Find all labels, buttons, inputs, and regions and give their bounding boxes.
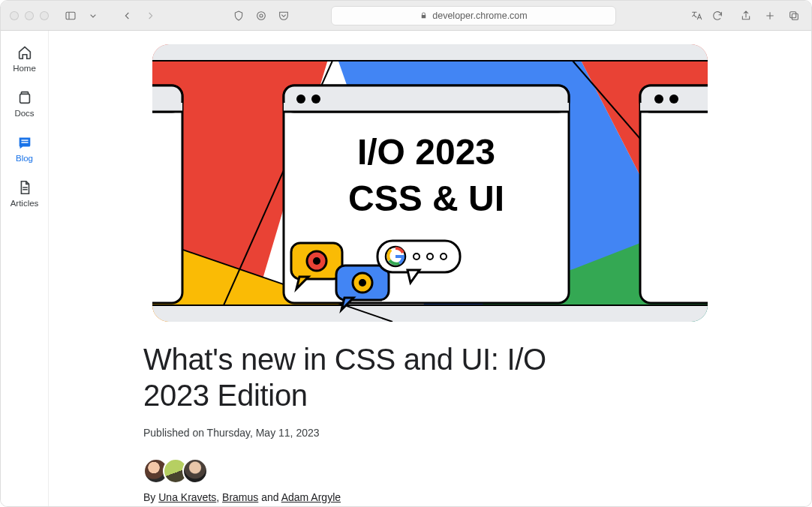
address-bar[interactable]: developer.chrome.com [331,6,616,26]
svg-rect-33 [152,103,182,112]
chevron-down-icon[interactable] [85,8,101,24]
publish-date: Published on Thursday, May 11, 2023 [143,427,605,439]
svg-rect-28 [640,103,708,112]
sidebar-toggle-icon[interactable] [62,8,79,24]
shield-icon[interactable] [230,8,247,24]
svg-rect-31 [152,86,182,303]
author-avatars [143,458,605,484]
svg-rect-7 [792,14,798,20]
back-button[interactable] [119,8,136,24]
svg-rect-26 [640,86,708,303]
url-text: developer.chrome.com [432,10,527,21]
translate-icon[interactable] [688,8,705,24]
articles-icon [17,179,33,196]
forward-button[interactable] [142,8,158,24]
svg-rect-19 [152,44,708,61]
blog-icon [17,134,33,151]
sidebar-item-blog[interactable]: Blog [1,134,48,163]
lock-icon [420,11,428,20]
sidebar-item-label: Home [13,64,36,73]
sidebar-item-label: Articles [11,199,39,208]
new-tab-icon[interactable] [762,8,778,24]
hero-line2: CSS & UI [348,178,504,218]
svg-point-41 [359,279,366,286]
svg-point-37 [313,257,320,265]
svg-rect-0 [66,12,75,19]
author-link[interactable]: Adam Argyle [281,491,341,503]
avatar[interactable] [182,458,208,484]
sidebar-item-articles[interactable]: Articles [1,179,48,208]
svg-rect-6 [790,11,796,17]
minimize-window-dot[interactable] [25,11,34,20]
reload-icon[interactable] [709,8,726,24]
svg-point-3 [260,14,263,17]
hero-image: I/O 2023 CSS & UI [152,44,708,322]
svg-point-24 [296,94,305,104]
svg-point-2 [257,11,266,20]
author-link[interactable]: Bramus [222,491,258,503]
browser-toolbar: developer.chrome.com [1,1,811,31]
tabs-icon[interactable] [786,8,802,24]
home-icon [17,44,33,61]
svg-point-30 [669,94,678,104]
byline: By Una Kravets, Bramus and Adam Argyle [143,491,605,503]
zoom-window-dot[interactable] [40,11,49,20]
hero-line1: I/O 2023 [357,132,495,172]
site-sidebar: Home Docs Blog Articles [1,31,49,507]
svg-rect-9 [21,140,28,140]
sidebar-item-docs[interactable]: Docs [1,89,48,118]
main-content: I/O 2023 CSS & UI [49,31,811,507]
svg-rect-8 [20,94,29,103]
share-icon[interactable] [738,8,754,24]
article-title: What's new in CSS and UI: I/O 2023 Editi… [143,341,605,413]
pocket-icon[interactable] [275,8,292,24]
svg-rect-20 [152,305,708,322]
svg-rect-23 [284,103,569,112]
article-header: What's new in CSS and UI: I/O 2023 Editi… [143,341,605,503]
close-window-dot[interactable] [10,11,19,20]
svg-point-25 [311,94,320,104]
sidebar-item-label: Docs [14,109,34,118]
svg-rect-10 [21,142,28,142]
docs-icon [17,89,33,106]
sidebar-item-label: Blog [16,154,33,163]
svg-point-29 [654,94,663,104]
window-traffic-lights [10,11,49,20]
sidebar-item-home[interactable]: Home [1,44,48,73]
author-link[interactable]: Una Kravets [158,491,216,503]
extension-icon[interactable] [253,8,269,24]
